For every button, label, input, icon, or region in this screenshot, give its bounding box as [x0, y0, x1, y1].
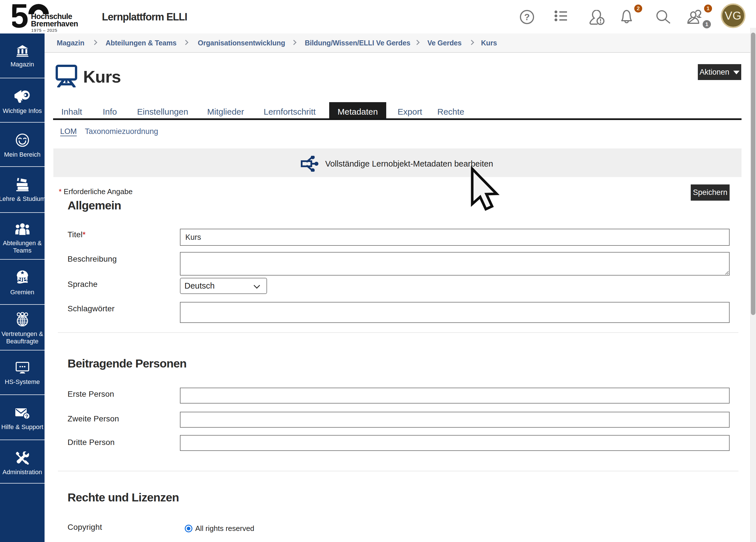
- svg-text:?: ?: [25, 414, 28, 419]
- svg-text:5: 5: [12, 2, 29, 33]
- svg-text:1975 – 2025: 1975 – 2025: [31, 28, 57, 33]
- svg-text:?: ?: [524, 12, 530, 22]
- svg-text:Bremerhaven: Bremerhaven: [31, 20, 78, 28]
